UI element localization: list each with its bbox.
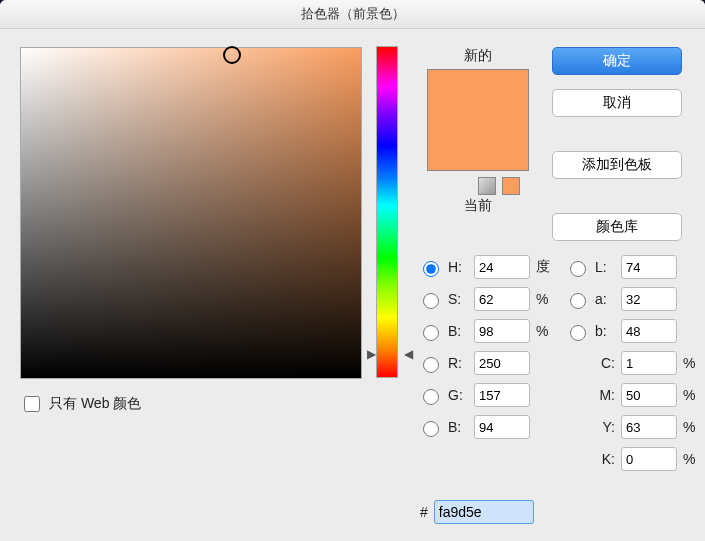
m-input[interactable] [621,383,677,407]
a-input[interactable] [621,287,677,311]
a-label: a: [595,291,615,307]
l-label: L: [595,259,615,275]
g-input[interactable] [474,383,530,407]
color-libraries-button[interactable]: 颜色库 [552,213,682,241]
k-label: K: [595,451,615,467]
preview-new-color [428,70,528,120]
mode-r-radio[interactable] [423,357,439,373]
hsb-rgb-grid: H: 度 S: % B: % R: G: B: [418,255,554,439]
c-input[interactable] [621,351,677,375]
lab-cmyk-grid: L: a: b: C: % M: % Y: % K: % [565,255,701,471]
hex-prefix: # [420,504,428,520]
h-unit: 度 [536,258,554,276]
mode-h-radio[interactable] [423,261,439,277]
b-hsb-input[interactable] [474,319,530,343]
s-label: S: [448,291,468,307]
m-label: M: [595,387,615,403]
b-lab-label: b: [595,323,615,339]
left-column: 只有 Web 颜色 [20,47,362,415]
mode-a-radio[interactable] [570,293,586,309]
mode-l-radio[interactable] [570,261,586,277]
sv-black-gradient [21,48,361,378]
k-input[interactable] [621,447,677,471]
s-unit: % [536,291,554,307]
y-input[interactable] [621,415,677,439]
r-label: R: [448,355,468,371]
h-input[interactable] [474,255,530,279]
c-label: C: [595,355,615,371]
add-to-swatches-button[interactable]: 添加到色板 [552,151,682,179]
mode-b-radio[interactable] [423,325,439,341]
g-label: G: [448,387,468,403]
preview-current-color [428,120,528,170]
b-hsb-label: B: [448,323,468,339]
preview-swatch [427,69,529,171]
mode-g-radio[interactable] [423,389,439,405]
k-unit: % [683,451,701,467]
mode-s-radio[interactable] [423,293,439,309]
hue-slider-wrap: ▶ ◀ [376,47,404,377]
ok-button[interactable]: 确定 [552,47,682,75]
mode-b-rgb-radio[interactable] [423,421,439,437]
hex-input[interactable] [434,500,534,524]
warning-swatches [418,177,520,195]
gamut-warning-icon[interactable] [478,177,496,195]
hue-arrow-right-icon: ◀ [404,347,413,361]
preview-current-label: 当前 [418,197,538,215]
l-input[interactable] [621,255,677,279]
web-colors-only-row[interactable]: 只有 Web 颜色 [20,393,362,415]
h-label: H: [448,259,468,275]
window-title: 拾色器（前景色） [0,0,705,29]
b-lab-input[interactable] [621,319,677,343]
hue-arrow-left-icon: ▶ [367,347,376,361]
saturation-value-field[interactable] [20,47,362,379]
b-hsb-unit: % [536,323,554,339]
web-colors-only-label: 只有 Web 颜色 [49,395,141,413]
b-rgb-input[interactable] [474,415,530,439]
y-unit: % [683,419,701,435]
hue-slider[interactable] [376,46,398,378]
hex-row: # [420,500,534,524]
mode-b-lab-radio[interactable] [570,325,586,341]
web-colors-only-checkbox[interactable] [24,396,40,412]
preview-new-label: 新的 [418,47,538,65]
b-rgb-label: B: [448,419,468,435]
sv-cursor[interactable] [223,46,241,64]
cancel-button[interactable]: 取消 [552,89,682,117]
s-input[interactable] [474,287,530,311]
y-label: Y: [595,419,615,435]
c-unit: % [683,355,701,371]
color-picker-window: 拾色器（前景色） 只有 Web 颜色 ▶ ◀ 新的 [0,0,705,541]
r-input[interactable] [474,351,530,375]
gamut-nearest-swatch[interactable] [502,177,520,195]
m-unit: % [683,387,701,403]
